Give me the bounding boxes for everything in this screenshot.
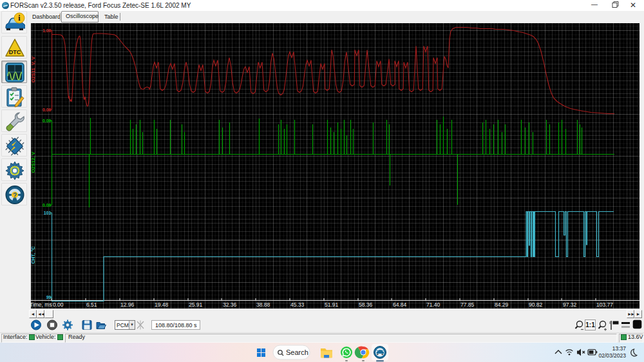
- svg-text:101: 101: [44, 211, 52, 215]
- svg-text:71.40: 71.40: [426, 301, 440, 308]
- svg-text:77.85: 77.85: [460, 301, 475, 308]
- svg-text:O2S12, V: O2S12, V: [30, 152, 36, 173]
- svg-text:32.36: 32.36: [223, 301, 237, 308]
- svg-text:84.29: 84.29: [495, 301, 509, 308]
- svg-text:97.32: 97.32: [563, 301, 577, 308]
- svg-text:CHT, °C: CHT, °C: [30, 246, 36, 264]
- svg-text:64.84: 64.84: [393, 301, 407, 308]
- svg-text:0.00: 0.00: [43, 108, 52, 112]
- svg-text:Search: Search: [286, 348, 308, 356]
- svg-text:25.91: 25.91: [189, 301, 203, 308]
- svg-text:45.33: 45.33: [290, 301, 305, 308]
- svg-text:12.96: 12.96: [120, 301, 135, 308]
- svg-text:0.00: 0.00: [43, 203, 52, 207]
- svg-text:51.91: 51.91: [325, 301, 339, 308]
- svg-text:0.00: 0.00: [43, 119, 52, 123]
- svg-text:6.51: 6.51: [86, 301, 97, 308]
- svg-text:38.88: 38.88: [256, 301, 270, 308]
- svg-text:19.48: 19.48: [155, 301, 169, 308]
- svg-text:O2S11_V, V: O2S11_V, V: [30, 57, 36, 83]
- svg-text:90.82: 90.82: [529, 301, 543, 308]
- svg-text:Time, ms: Time, ms: [30, 301, 52, 308]
- svg-text:103.77: 103.77: [596, 301, 613, 308]
- svg-text:0.00: 0.00: [53, 301, 64, 308]
- svg-text:99: 99: [46, 295, 52, 300]
- svg-text:58.36: 58.36: [359, 301, 373, 308]
- svg-text:1.00: 1.00: [43, 28, 52, 33]
